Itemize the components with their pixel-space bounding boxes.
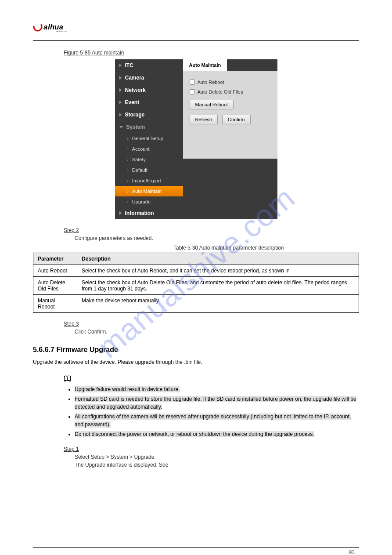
table-row: Manual Reboot Make the device reboot man…	[33, 295, 359, 313]
sidebar-sub-default[interactable]: ›Default	[115, 165, 183, 175]
step-2-desc: Configure parameters as needed.	[75, 235, 359, 241]
page-number: 93	[33, 549, 359, 555]
sidebar-item-network[interactable]: Network	[115, 84, 183, 96]
tab-auto-maintain[interactable]: Auto Maintain	[183, 59, 227, 71]
sidebar-sub-upgrade[interactable]: ›Upgrade	[115, 196, 183, 207]
chevron-right-icon: ›	[127, 189, 129, 194]
screenshot-figure: ITC Camera Network Event Storage System …	[115, 59, 277, 219]
chevron-right-icon	[119, 101, 122, 104]
parameters-table: Parameter Description Auto Reboot Select…	[33, 253, 359, 313]
note-item: Formatted SD card is needed to store the…	[75, 395, 359, 411]
confirm-button[interactable]: Confirm	[222, 115, 251, 124]
note-item: Upgrade failure would result in device f…	[75, 385, 359, 393]
chevron-down-icon	[119, 126, 123, 128]
chevron-right-icon: ›	[127, 168, 129, 173]
chevron-right-icon: ›	[127, 157, 129, 162]
step-3-label: Step 3	[64, 321, 359, 327]
section-text: Upgrade the software of the device. Plea…	[33, 358, 359, 366]
manual-reboot-button[interactable]: Manual Reboot	[190, 100, 234, 109]
section-heading: 5.6.6.7 Firmware Upgrade	[33, 346, 359, 354]
step-1-desc-a: Select Setup > System > Upgrade.	[75, 454, 359, 460]
sidebar-sub-safety[interactable]: ›Safety	[115, 154, 183, 165]
checkbox-auto-reboot-row: Auto Reboot	[190, 80, 271, 85]
step-1-label: Step 1	[64, 446, 359, 452]
note-item: Do not disconnect the power or network, …	[75, 430, 359, 438]
chevron-right-icon: ›	[127, 147, 129, 152]
step-1-desc-b: The Upgrade interface is displayed. See	[75, 462, 359, 468]
sidebar-sub-auto-maintain[interactable]: ›Auto Maintain	[115, 186, 183, 196]
chevron-right-icon	[119, 88, 122, 92]
note-item: All configurations of the camera will be…	[75, 413, 359, 428]
svg-text:a: a	[43, 23, 47, 31]
table-header-parameter: Parameter	[33, 253, 77, 265]
chevron-right-icon	[119, 76, 122, 80]
table-caption: Table 5-30 Auto maintain parameter descr…	[173, 245, 359, 251]
step-3-desc: Click Confirm.	[75, 329, 359, 335]
chevron-right-icon	[119, 113, 122, 116]
sidebar-sub-account[interactable]: ›Account	[115, 144, 183, 154]
sidebar-item-event[interactable]: Event	[115, 96, 183, 109]
chevron-right-icon	[119, 211, 122, 215]
sidebar-sub-import-export[interactable]: ›Import/Export	[115, 175, 183, 186]
checkbox-auto-reboot[interactable]	[190, 80, 195, 85]
chevron-right-icon	[119, 64, 122, 67]
sidebar-item-storage[interactable]: Storage	[115, 109, 183, 121]
sidebar: ITC Camera Network Event Storage System …	[115, 59, 183, 219]
header-rule	[33, 40, 359, 41]
sidebar-item-camera[interactable]: Camera	[115, 72, 183, 84]
brand-logo: a lhua TECHNOLOGY	[33, 22, 359, 37]
chevron-right-icon: ›	[127, 178, 129, 183]
chevron-right-icon: ›	[127, 200, 129, 204]
checkbox-auto-delete[interactable]	[190, 89, 195, 94]
figure-label: Figure 5-85 Auto maintain	[64, 50, 359, 56]
table-row: Auto Delete Old Files Select the check b…	[33, 277, 359, 295]
sidebar-sub-general[interactable]: ›General Setup	[115, 133, 183, 144]
note-list: Upgrade failure would result in device f…	[75, 385, 359, 438]
svg-text:lhua: lhua	[48, 23, 63, 31]
note-icon: 🕮	[64, 374, 72, 383]
sidebar-item-itc[interactable]: ITC	[115, 59, 183, 72]
content-panel: Auto Maintain Auto Reboot Auto Delete Ol…	[183, 59, 277, 219]
table-row: Auto Reboot Select the check box of Auto…	[33, 265, 359, 277]
sidebar-item-system[interactable]: System	[115, 121, 183, 133]
chevron-right-icon: ›	[127, 136, 129, 141]
checkbox-auto-delete-label: Auto Delete Old Files	[198, 89, 243, 94]
table-header-description: Description	[77, 253, 359, 265]
svg-point-0	[33, 22, 43, 32]
step-2-label: Step 2	[64, 227, 359, 233]
checkbox-auto-delete-row: Auto Delete Old Files	[190, 89, 271, 94]
refresh-button[interactable]: Refresh	[190, 115, 218, 124]
sidebar-item-information[interactable]: Information	[115, 207, 183, 219]
footer-rule	[33, 547, 359, 548]
svg-text:TECHNOLOGY: TECHNOLOGY	[56, 31, 68, 33]
checkbox-auto-reboot-label: Auto Reboot	[198, 80, 224, 85]
